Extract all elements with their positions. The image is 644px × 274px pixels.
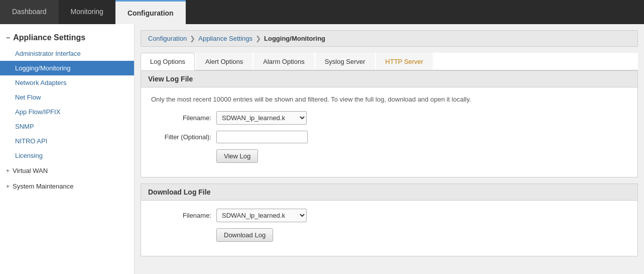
collapse-icon: − [6,34,10,42]
sidebar-item-licensing[interactable]: Licensing [0,148,134,163]
tab-http-server[interactable]: HTTP Server [376,53,433,70]
download-log-filename-label: Filename: [151,212,216,219]
download-log-button[interactable]: Download Log [216,228,273,242]
sidebar-item-nitro-api[interactable]: NITRO API [0,134,134,148]
breadcrumb-current: Logging/Monitoring [264,35,325,42]
download-log-file-title: Download Log File [141,184,637,201]
sidebar-item-app-flow-ipfix[interactable]: App Flow/IPFIX [0,105,134,119]
view-log-filename-row: Filename: SDWAN_ip_learned.k [151,111,627,125]
breadcrumb-appliance-settings[interactable]: Appliance Settings [198,35,252,42]
view-log-file-title: View Log File [141,71,637,87]
view-log-button-row: View Log [151,149,627,163]
content-area: Configuration ❯ Appliance Settings ❯ Log… [135,24,644,274]
sidebar-item-net-flow[interactable]: Net Flow [0,90,134,105]
breadcrumb-sep-1: ❯ [190,35,195,42]
breadcrumb-configuration[interactable]: Configuration [148,35,187,42]
breadcrumb: Configuration ❯ Appliance Settings ❯ Log… [141,30,638,47]
view-log-filter-label: Filter (Optional): [151,133,216,141]
sidebar-item-administrator-interface[interactable]: Administrator Interface [0,46,134,61]
sidebar-appliance-settings-label: Appliance Settings [13,33,85,42]
main-layout: − Appliance Settings Administrator Inter… [0,24,644,274]
view-log-filter-row: Filter (Optional): [151,131,627,143]
sidebar-virtual-wan-label: Virtual WAN [13,167,48,174]
sidebar-item-logging-monitoring[interactable]: Logging/Monitoring [0,61,134,75]
view-log-file-panel: View Log File Only the most recent 10000… [141,70,638,177]
sidebar-system-maintenance-header[interactable]: + System Maintenance [0,178,134,194]
tab-syslog-server[interactable]: Syslog Server [315,53,375,70]
expand-system-maintenance-icon: + [6,183,10,190]
view-log-filter-input[interactable] [216,131,308,143]
sidebar-item-network-adapters[interactable]: Network Adapters [0,75,134,90]
top-nav-item-dashboard[interactable]: Dashboard [0,0,59,24]
tab-alarm-options[interactable]: Alarm Options [253,53,314,70]
sidebar-system-maintenance-label: System Maintenance [13,182,73,190]
download-log-filename-select[interactable]: SDWAN_ip_learned.k [216,209,307,222]
view-log-filename-label: Filename: [151,114,216,122]
view-log-button[interactable]: View Log [216,149,258,163]
sidebar-virtual-wan-header[interactable]: + Virtual WAN [0,163,134,178]
tabs-bar: Log OptionsAlert OptionsAlarm OptionsSys… [141,53,638,70]
breadcrumb-sep-2: ❯ [255,35,261,42]
sidebar: − Appliance Settings Administrator Inter… [0,24,135,274]
sidebar-appliance-settings-header[interactable]: − Appliance Settings [0,29,134,46]
tab-alert-options[interactable]: Alert Options [196,53,252,70]
tab-log-options[interactable]: Log Options [141,53,195,70]
top-nav-item-monitoring[interactable]: Monitoring [59,0,115,24]
sidebar-item-snmp[interactable]: SNMP [0,119,134,134]
expand-virtual-wan-icon: + [6,167,10,174]
view-log-info-text: Only the most recent 10000 entries will … [151,96,627,103]
download-log-filename-row: Filename: SDWAN_ip_learned.k [151,209,627,222]
view-log-file-body: Only the most recent 10000 entries will … [141,87,637,177]
top-nav-item-configuration[interactable]: Configuration [115,0,186,24]
view-log-filename-select[interactable]: SDWAN_ip_learned.k [216,111,307,125]
sidebar-appliance-items: Administrator InterfaceLogging/Monitorin… [0,46,134,163]
download-log-file-panel: Download Log File Filename: SDWAN_ip_lea… [141,184,638,256]
download-log-button-row: Download Log [151,228,627,242]
download-log-file-body: Filename: SDWAN_ip_learned.k Download Lo… [141,201,637,256]
top-nav: DashboardMonitoringConfiguration [0,0,644,24]
